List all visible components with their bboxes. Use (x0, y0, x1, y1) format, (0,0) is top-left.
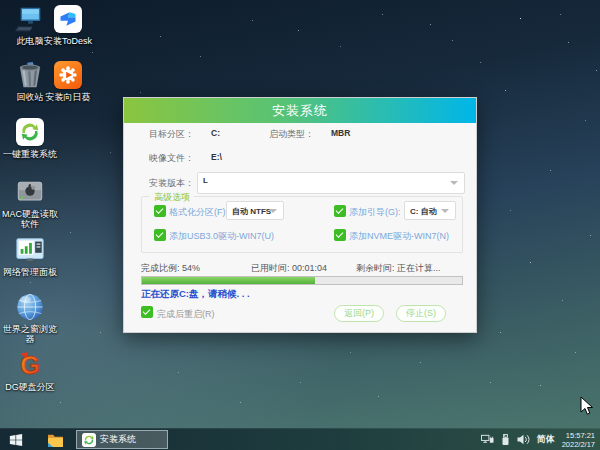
image-file-label: 映像文件： (149, 152, 194, 165)
volume-icon[interactable] (517, 434, 530, 445)
add-boot-select[interactable]: C: 自动 (404, 201, 456, 220)
taskbar: 安装系统 简体 15:57:21 (0, 428, 600, 450)
usb-device-icon[interactable] (501, 434, 510, 446)
desktop-icon-reinstall-system[interactable]: 一键重装系统 (0, 116, 60, 159)
advanced-options-title: 高级选项 (150, 191, 194, 204)
mac-disk-reader-icon (14, 176, 46, 208)
desktop-icon-dg-partition[interactable]: G DG硬盘分区 (0, 349, 60, 392)
progress-bar (141, 276, 463, 285)
system-tray: 简体 15:57:21 2022/2/17 (481, 431, 600, 449)
tray-clock[interactable]: 15:57:21 2022/2/17 (562, 431, 595, 449)
taskbar-task-label: 安装系统 (100, 433, 136, 446)
install-system-task-icon (82, 433, 96, 447)
file-explorer-button[interactable] (40, 429, 70, 450)
todesk-icon (52, 3, 84, 35)
network-panel-icon (14, 234, 46, 266)
restart-after-finish-checkbox[interactable] (141, 306, 153, 318)
network-icon[interactable] (481, 434, 494, 445)
desktop-icon-label: 世界之窗浏览器 (0, 324, 60, 344)
remaining-time-label: 剩余时间: 正在计算... (356, 262, 441, 275)
folder-icon (47, 433, 64, 447)
chevron-down-icon (450, 181, 458, 185)
progress-bar-fill (142, 277, 315, 284)
add-boot-checkbox[interactable] (334, 205, 346, 217)
desktop-icon-label: 一键重装系统 (0, 149, 60, 159)
format-partition-checkbox[interactable] (154, 205, 166, 217)
ime-indicator[interactable]: 简体 (537, 433, 555, 446)
chevron-down-icon (269, 209, 277, 213)
boot-type-value: MBR (331, 128, 350, 138)
install-system-dialog: 安装系统 目标分区： C: 启动类型： MBR 映像文件： E:\ 安装版本： … (123, 97, 477, 333)
image-file-value: E:\ (211, 152, 222, 162)
desktop-icon-world-window-browser[interactable]: 世界之窗浏览器 (0, 291, 60, 344)
usb3-driver-checkbox[interactable] (154, 229, 166, 241)
desktop-icon-label: 安装向日葵 (38, 92, 98, 102)
install-version-value: L (198, 173, 464, 185)
back-button[interactable]: 返回(P) (334, 305, 384, 322)
install-version-label: 安装版本： (149, 177, 194, 190)
format-partition-label: 格式化分区(F): (169, 206, 228, 219)
restore-status-text: 正在还原C:盘，请稍候. . . (141, 288, 250, 301)
add-boot-label: 添加引导(G): (349, 206, 401, 219)
desktop-icon-label: MAC硬盘读取软件 (0, 209, 60, 229)
desktop-icon-label: 安装ToDesk (38, 36, 98, 46)
desktop-icon-network-panel[interactable]: 网络管理面板 (0, 234, 60, 277)
desktop-icon-label: 网络管理面板 (0, 267, 60, 277)
stop-button[interactable]: 停止(S) (396, 305, 446, 322)
desktop-icon-install-todesk[interactable]: 安装ToDesk (38, 3, 98, 46)
progress-percent-label: 完成比例: 54% (141, 262, 200, 275)
desktop-icon-install-sunflower[interactable]: 安装向日葵 (38, 59, 98, 102)
install-version-select[interactable]: L (197, 172, 465, 194)
chevron-down-icon (441, 209, 449, 213)
world-window-browser-icon (14, 291, 46, 323)
advanced-options-group: 高级选项 格式化分区(F): 自动 NTFS 添加引导(G): C: 自动 添加… (141, 196, 463, 253)
windows-logo-icon (9, 433, 23, 447)
taskbar-task-install-system[interactable]: 安装系统 (76, 430, 168, 449)
nvme-driver-label: 添加NVME驱动-WIN7(N) (349, 230, 449, 243)
mouse-cursor (580, 396, 594, 420)
desktop: 此电脑 回收站 一键重装系统 (0, 0, 600, 450)
sunflower-icon (52, 59, 84, 91)
nvme-driver-checkbox[interactable] (334, 229, 346, 241)
boot-type-label: 启动类型： (269, 128, 314, 141)
dialog-title: 安装系统 (124, 98, 476, 123)
restart-after-finish-label: 完成后重启(R) (157, 308, 215, 321)
target-partition-value: C: (211, 128, 220, 138)
reinstall-system-icon (14, 116, 46, 148)
tray-date: 2022/2/17 (562, 440, 595, 449)
desktop-icon-mac-disk-reader[interactable]: MAC硬盘读取软件 (0, 176, 60, 229)
format-partition-select[interactable]: 自动 NTFS (226, 201, 284, 220)
elapsed-time-label: 已用时间: 00:01:04 (251, 262, 327, 275)
usb3-driver-label: 添加USB3.0驱动-WIN7(U) (169, 230, 274, 243)
start-button[interactable] (0, 429, 32, 450)
dg-partition-icon: G (14, 349, 46, 381)
target-partition-label: 目标分区： (149, 128, 194, 141)
desktop-icon-label: DG硬盘分区 (0, 382, 60, 392)
tray-time: 15:57:21 (562, 431, 595, 440)
